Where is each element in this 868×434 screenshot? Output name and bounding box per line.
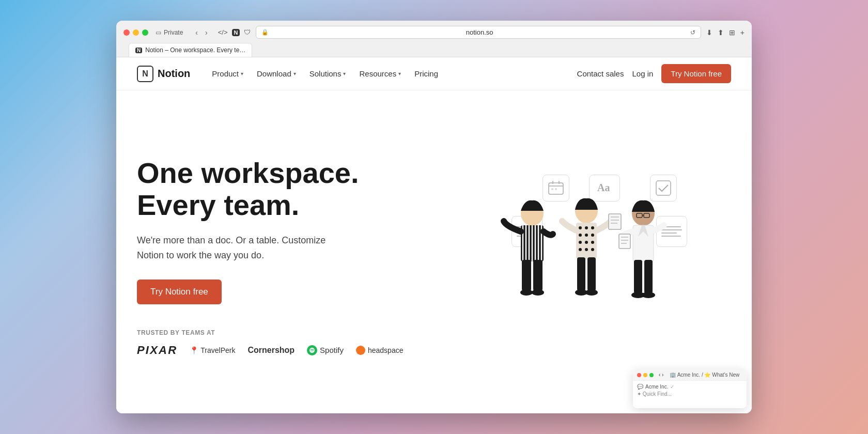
tab-favicon: N (135, 48, 142, 53)
page-content: N Notion Product ▾ Download ▾ Solutions … (116, 57, 752, 413)
svg-point-20 (532, 289, 544, 296)
browser-chrome: ▭ Private ‹ › </> N 🛡 🔒 notion.so ↺ ⬇ ⬆ … (116, 21, 752, 57)
nav-item-product[interactable]: Product ▾ (206, 65, 250, 82)
hero-title-line2: Every team. (137, 189, 299, 221)
mini-quick-find: ✦ Quick Find... (637, 391, 742, 397)
try-notion-free-button[interactable]: Try Notion free (661, 64, 731, 83)
svg-point-23 (579, 226, 582, 229)
reload-icon[interactable]: ↺ (690, 29, 695, 36)
share-icon[interactable]: ⬆ (718, 28, 724, 37)
headspace-logo: headspace (356, 346, 404, 355)
svg-rect-48 (619, 234, 630, 249)
nav-item-pricing[interactable]: Pricing (408, 65, 444, 82)
spotify-logo: Spotify (307, 345, 344, 355)
headspace-icon (356, 346, 365, 355)
address-bar[interactable]: 🔒 notion.so ↺ (256, 26, 701, 39)
browser-tab[interactable]: N Notion – One workspace. Every te… (129, 43, 252, 57)
lock-icon: 🔒 (261, 29, 269, 36)
svg-rect-36 (587, 257, 596, 291)
hero-title: One workspace. Every team. (137, 157, 447, 221)
navbar-brand: Notion (158, 68, 190, 80)
hero-subtitle: We're more than a doc. Or a table. Custo… (137, 233, 354, 263)
svg-rect-18 (533, 260, 542, 291)
nav-item-resources[interactable]: Resources ▾ (353, 65, 407, 82)
svg-point-25 (591, 226, 594, 229)
mini-tl-yellow (643, 373, 647, 377)
mini-nav-arrows: ‹ › (659, 372, 663, 378)
mini-page-item: 💬 Acme Inc. ✓ (637, 384, 742, 390)
back-button[interactable]: ‹ (193, 27, 200, 38)
svg-point-34 (591, 248, 594, 251)
hero-cta-button[interactable]: Try Notion free (137, 280, 222, 304)
toolbar-icons: </> N 🛡 (218, 28, 251, 36)
travelperk-logo: 📍 TravelPerk (190, 346, 235, 354)
mini-breadcrumb: 🏢 Acme Inc. / ⭐ What's New (670, 372, 739, 378)
traffic-light-yellow[interactable] (133, 29, 139, 36)
character-2 (562, 198, 621, 295)
pixar-logo: PIXAR (137, 344, 177, 357)
svg-point-26 (579, 234, 582, 237)
hero-left: One workspace. Every team. We're more th… (137, 157, 447, 357)
log-in-link[interactable]: Log in (632, 69, 653, 78)
svg-rect-53 (644, 260, 653, 293)
browser-nav: ‹ › (193, 27, 209, 38)
contact-sales-link[interactable]: Contact sales (577, 69, 624, 78)
forward-button[interactable]: › (203, 27, 210, 38)
browser-titlebar: ▭ Private ‹ › </> N 🛡 🔒 notion.so ↺ ⬇ ⬆ … (123, 26, 745, 39)
grid-icon[interactable]: ⊞ (729, 28, 735, 37)
spotify-icon (307, 345, 317, 355)
mini-tl-red (637, 373, 641, 377)
svg-point-33 (585, 248, 588, 251)
traffic-light-green[interactable] (142, 29, 148, 36)
private-text: Private (164, 29, 183, 36)
illustration-container: Aa (481, 164, 698, 350)
download-icon[interactable]: ⬇ (706, 28, 712, 37)
nav-item-solutions[interactable]: Solutions ▾ (303, 65, 352, 82)
svg-point-32 (579, 248, 582, 251)
navbar-logo[interactable]: N Notion (137, 66, 190, 82)
trusted-logos: PIXAR 📍 TravelPerk Cornershop Spotify (137, 344, 447, 357)
cornershop-logo: Cornershop (247, 346, 295, 355)
svg-point-38 (585, 289, 598, 296)
browser-actions: ⬇ ⬆ ⊞ + (706, 28, 745, 37)
private-icon: ▭ (156, 29, 161, 36)
new-tab-icon[interactable]: + (740, 28, 745, 37)
svg-point-24 (585, 226, 588, 229)
trusted-label: TRUSTED BY TEAMS AT (137, 329, 447, 336)
traffic-lights (123, 29, 148, 36)
character-3 (619, 200, 664, 298)
tab-bar: N Notion – One workspace. Every te… (123, 43, 745, 57)
svg-rect-39 (609, 214, 621, 229)
svg-point-27 (585, 234, 588, 237)
navbar-nav: Product ▾ Download ▾ Solutions ▾ Resourc… (206, 65, 444, 82)
navbar-right: Contact sales Log in Try Notion free (577, 64, 731, 83)
tab-label: Notion – One workspace. Every te… (145, 47, 245, 54)
mini-tl-green (649, 373, 654, 377)
svg-rect-52 (634, 260, 642, 293)
mini-window-content: 💬 Acme Inc. ✓ ✦ Quick Find... (633, 381, 747, 400)
chevron-down-icon: ▾ (343, 71, 346, 76)
character-1 (504, 200, 553, 295)
svg-point-30 (585, 241, 588, 244)
chevron-down-icon: ▾ (241, 71, 243, 76)
hero-section: One workspace. Every team. We're more th… (116, 90, 752, 413)
chevron-down-icon: ▾ (293, 71, 296, 76)
notion-logo-icon: N (137, 66, 153, 82)
hero-characters-svg (496, 185, 692, 350)
code-icon[interactable]: </> (218, 28, 228, 36)
svg-point-31 (591, 241, 594, 244)
navbar: N Notion Product ▾ Download ▾ Solutions … (116, 57, 752, 90)
travelperk-icon: 📍 (190, 346, 198, 354)
mini-titlebar: ‹ › 🏢 Acme Inc. / ⭐ What's New (633, 369, 747, 381)
shield-icon[interactable]: 🛡 (244, 28, 251, 36)
svg-point-29 (579, 241, 582, 244)
notion-favicon: N (232, 29, 240, 36)
traffic-light-red[interactable] (123, 29, 130, 36)
hero-illustration: Aa (447, 159, 731, 355)
svg-point-28 (591, 234, 594, 237)
svg-point-19 (520, 289, 533, 296)
browser-private-label: ▭ Private (156, 29, 183, 36)
nav-item-download[interactable]: Download ▾ (251, 65, 302, 82)
browser-window: ▭ Private ‹ › </> N 🛡 🔒 notion.so ↺ ⬇ ⬆ … (116, 21, 752, 413)
chevron-down-icon: ▾ (398, 71, 401, 76)
